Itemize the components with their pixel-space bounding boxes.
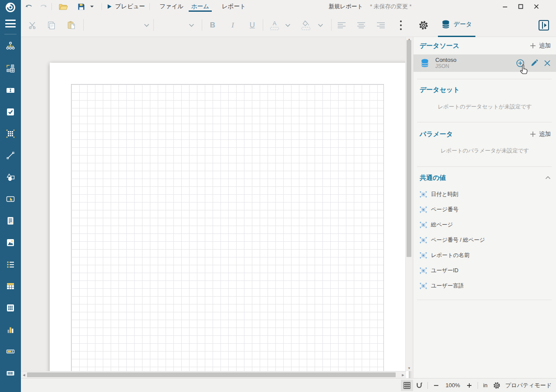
- save-button[interactable]: [78, 0, 85, 13]
- tab-data-label: データ: [454, 20, 472, 28]
- property-settings-button[interactable]: [491, 380, 503, 391]
- zoom-in-icon: [467, 383, 472, 388]
- horizontal-scroll-thumb[interactable]: [27, 372, 396, 377]
- tool-checkbox-button[interactable]: [6, 107, 15, 117]
- copy-icon: [47, 21, 56, 30]
- cut-button[interactable]: [28, 13, 37, 37]
- play-icon: [107, 4, 112, 9]
- scroll-right-arrow[interactable]: ►: [400, 372, 406, 378]
- design-canvas[interactable]: ▲ ▼ ◄ ►: [21, 37, 413, 378]
- tool-barcode-button[interactable]: [6, 368, 15, 378]
- maximize-icon: [518, 4, 523, 9]
- common-value-label: ページ番号 / 総ページ: [431, 237, 485, 244]
- common-value-item-page-number[interactable]: ページ番号: [420, 202, 552, 217]
- align-center-button[interactable]: [357, 13, 366, 37]
- tool-line-button[interactable]: [6, 151, 15, 160]
- fill-color-button[interactable]: [300, 13, 312, 37]
- snap-toggle-button[interactable]: [413, 380, 425, 391]
- italic-button[interactable]: I: [227, 13, 238, 37]
- font-color-button[interactable]: A: [268, 13, 281, 37]
- tab-data[interactable]: データ: [438, 13, 475, 37]
- font-size-select[interactable]: [159, 13, 194, 37]
- tool-bullet-graph-button[interactable]: [6, 347, 15, 356]
- datasource-actions: [516, 59, 551, 68]
- separator: [331, 19, 332, 31]
- zoom-out-button[interactable]: [430, 380, 442, 391]
- scroll-down-arrow[interactable]: ▼: [406, 366, 413, 371]
- toolbox-sidebar: [0, 0, 21, 392]
- datasource-item-contoso[interactable]: Contoso JSON: [414, 54, 556, 72]
- add-dataset-icon[interactable]: [516, 59, 525, 68]
- close-button[interactable]: [530, 0, 543, 13]
- underline-button[interactable]: U: [247, 13, 258, 37]
- menu-hamburger-icon[interactable]: [5, 20, 16, 28]
- design-grid[interactable]: [71, 84, 384, 378]
- scroll-left-arrow[interactable]: ◄: [21, 372, 27, 378]
- matrix-icon: [6, 303, 15, 313]
- tool-matrix-button[interactable]: [6, 303, 15, 313]
- panel-toggle-button[interactable]: [537, 13, 550, 37]
- horizontal-scrollbar[interactable]: ◄ ►: [21, 371, 406, 378]
- maximize-button[interactable]: [514, 0, 527, 13]
- property-mode-label[interactable]: プロパティモード: [503, 382, 553, 389]
- tool-textbox-button[interactable]: [6, 85, 15, 95]
- paste-button[interactable]: [67, 13, 76, 37]
- common-value-item-date-time[interactable]: 日付と時刻: [420, 187, 552, 202]
- save-dropdown-button[interactable]: [90, 0, 94, 13]
- report-page[interactable]: [50, 63, 409, 378]
- grid-toggle-button[interactable]: [401, 380, 413, 391]
- edit-datasource-icon[interactable]: [530, 59, 538, 67]
- tool-report-explorer-button[interactable]: [6, 41, 15, 51]
- separator: [263, 19, 263, 31]
- chevron-down-icon: [318, 24, 323, 27]
- kebab-menu-icon: [400, 20, 402, 22]
- tool-shape-button[interactable]: [6, 172, 15, 182]
- copy-button[interactable]: [47, 13, 56, 37]
- tool-image-button[interactable]: [6, 238, 15, 247]
- shape-icon: [6, 172, 15, 182]
- tool-richtext-button[interactable]: [6, 216, 15, 226]
- common-value-item-user-id[interactable]: ユーザーID: [420, 263, 552, 278]
- align-right-button[interactable]: [376, 13, 385, 37]
- common-value-item-report-name[interactable]: レポートの名前: [420, 248, 552, 263]
- tab-file[interactable]: ファイル: [157, 0, 186, 13]
- tab-home[interactable]: ホーム: [189, 0, 212, 13]
- vertical-scroll-thumb[interactable]: [407, 40, 411, 257]
- preview-button[interactable]: プレビュー: [107, 0, 145, 13]
- common-value-item-user-language[interactable]: ユーザー言語: [420, 278, 552, 294]
- datasource-name: Contoso: [435, 57, 456, 64]
- collapse-section-icon[interactable]: [545, 176, 551, 179]
- app-logo-icon[interactable]: [5, 2, 16, 15]
- open-report-button[interactable]: [58, 0, 68, 13]
- settings-button[interactable]: [417, 13, 431, 37]
- tablix-icon: [6, 129, 15, 139]
- font-color-dropdown[interactable]: [285, 13, 291, 37]
- vertical-scrollbar[interactable]: ▲ ▼: [405, 37, 412, 371]
- units-selector[interactable]: in: [480, 382, 491, 389]
- add-datasource-button[interactable]: 追加: [530, 42, 551, 50]
- tool-tablix-button[interactable]: [6, 129, 15, 139]
- common-value-item-total-pages[interactable]: 総ページ: [420, 217, 552, 233]
- tool-list-button[interactable]: [6, 260, 15, 269]
- undo-button[interactable]: [25, 0, 33, 13]
- tool-table-button[interactable]: [6, 281, 15, 291]
- font-family-select[interactable]: [91, 13, 149, 37]
- more-options-button[interactable]: [397, 13, 405, 37]
- add-parameter-button[interactable]: 追加: [530, 130, 551, 138]
- fill-color-dropdown[interactable]: [318, 13, 323, 37]
- field-placeholder-icon: [420, 282, 427, 290]
- bold-button[interactable]: B: [207, 13, 218, 37]
- tab-report[interactable]: レポート: [219, 0, 248, 13]
- zoom-in-button[interactable]: [463, 380, 475, 391]
- align-left-button[interactable]: [337, 13, 346, 37]
- redo-button[interactable]: [39, 0, 47, 13]
- delete-datasource-icon[interactable]: [544, 60, 551, 67]
- common-value-item-page-of-total[interactable]: ページ番号 / 総ページ: [420, 233, 552, 248]
- separator: [51, 3, 52, 10]
- tool-button-button[interactable]: [6, 194, 15, 204]
- datasource-icon: [420, 58, 429, 68]
- minimize-button[interactable]: [498, 0, 512, 13]
- zoom-level-value[interactable]: 100%: [442, 382, 463, 389]
- tool-chart-button[interactable]: [6, 325, 15, 335]
- tool-layout-button[interactable]: [6, 64, 15, 73]
